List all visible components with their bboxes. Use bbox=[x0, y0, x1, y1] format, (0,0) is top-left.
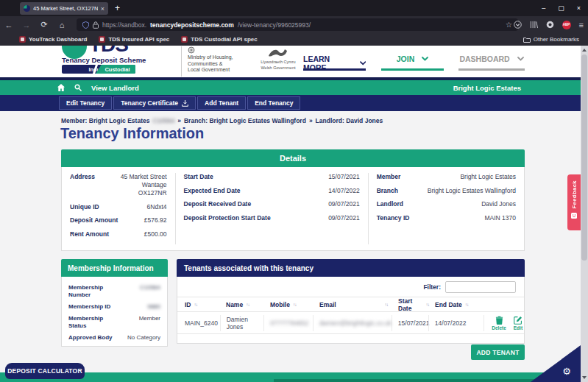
sort-icon[interactable]: ↑↓ bbox=[293, 302, 297, 307]
nav-dashboard[interactable]: DASHBOARD bbox=[458, 54, 525, 63]
screenshot-root: { "colors": { "green": "#18a27c", "navy"… bbox=[0, 0, 588, 382]
add-tenant-button[interactable]: ADD TENANT bbox=[471, 344, 525, 360]
tds-logo-text: TDS bbox=[89, 46, 128, 57]
feedback-smiley-icon bbox=[571, 213, 577, 219]
field-label: Member bbox=[377, 173, 405, 180]
account-icon[interactable] bbox=[546, 21, 554, 29]
column-header-mobile[interactable]: Mobile↑↓ bbox=[264, 301, 314, 308]
field-label: Deposit Received Date bbox=[184, 200, 256, 208]
forward-icon[interactable]: → bbox=[18, 21, 35, 29]
url-bar[interactable]: https://sandbox.tenancydepositscheme.com… bbox=[77, 18, 518, 31]
feedback-tab[interactable]: Feedback bbox=[567, 174, 581, 230]
tab-close-icon[interactable]: × bbox=[101, 5, 105, 13]
welsh-government-logo: Llywodraeth Cymru Welsh Government bbox=[255, 46, 302, 70]
details-panel: Details Address45 Market Street Wantage … bbox=[61, 149, 525, 251]
bookmark-label: TDS Custodial API spec bbox=[191, 36, 257, 43]
breadcrumb: Member: Bright Logic Estates C10564 » Br… bbox=[61, 117, 383, 124]
page-title: Tenancy Information bbox=[60, 125, 204, 142]
details-column-1: Address45 Market Street Wantage OX127NR … bbox=[62, 173, 175, 244]
column-header-id[interactable]: ID↑↓ bbox=[177, 301, 220, 308]
field-value: 15/07/2021 bbox=[328, 173, 360, 181]
shield-icon[interactable] bbox=[82, 21, 89, 29]
column-header-end-date[interactable]: End Date↑↓ bbox=[429, 301, 485, 308]
browser-home-icon[interactable]: ⌂ bbox=[53, 21, 71, 29]
chevron-down-icon bbox=[422, 57, 428, 61]
column-header-start-date[interactable]: Start Date↑↓ bbox=[392, 297, 429, 312]
home-icon[interactable] bbox=[57, 84, 65, 91]
account-name-link[interactable]: Bright Logic Estates bbox=[453, 84, 521, 92]
bookmark-tds-custodial[interactable]: TDS Custodial API spec bbox=[181, 36, 257, 43]
sort-icon[interactable]: ↑↓ bbox=[246, 302, 249, 307]
breadcrumb-member-link[interactable]: Member: Bright Logic Estates bbox=[61, 117, 149, 124]
field-label: Tenancy ID bbox=[377, 214, 414, 222]
settings-gear-icon[interactable]: ⚙ bbox=[562, 366, 571, 377]
breadcrumb-member-number-redacted: C10564 bbox=[152, 117, 174, 124]
field-value: £576.92 bbox=[144, 216, 167, 224]
bookmark-tds-insured[interactable]: TDS Insured API spec bbox=[99, 36, 169, 43]
scrollbar-down-arrow-icon[interactable] bbox=[582, 376, 587, 379]
lock-icon[interactable] bbox=[93, 21, 99, 29]
pocket-icon[interactable] bbox=[514, 21, 522, 29]
nav-dashboard-label: DASHBOARD bbox=[459, 54, 509, 63]
cell-id: MAIN_6240 bbox=[177, 315, 220, 331]
table-footer-spacer bbox=[177, 334, 524, 343]
new-tab-button[interactable]: + bbox=[115, 2, 120, 15]
add-tenant-tab-button[interactable]: Add Tenant bbox=[197, 96, 246, 110]
delete-button[interactable]: Delete bbox=[492, 316, 506, 330]
bookmark-star-icon[interactable]: ☆ bbox=[506, 21, 512, 29]
filter-input[interactable] bbox=[445, 281, 516, 293]
library-icon[interactable] bbox=[530, 21, 538, 29]
insured-custodial-badge: Insured Custodial bbox=[62, 65, 135, 74]
adblock-icon[interactable]: ABP bbox=[562, 21, 571, 29]
minimize-icon[interactable]: – bbox=[542, 4, 545, 12]
sort-icon[interactable]: ↑↓ bbox=[385, 302, 389, 307]
field-value: 45 Market Street Wantage OX127NR bbox=[121, 173, 167, 197]
nav-underline bbox=[381, 68, 444, 71]
mhclg-text: Ministry of Housing, Communities & Local… bbox=[188, 54, 233, 74]
membership-panel: Membership Information Membership Number… bbox=[61, 259, 168, 347]
table-header-row: ID↑↓ Name↑↓ Mobile↑↓ Email↑↓ Start Date↑… bbox=[177, 297, 524, 312]
reload-icon[interactable]: ⟳ bbox=[35, 20, 53, 29]
bookmarks-bar: YouTrack Dashboard TDS Insured API spec … bbox=[0, 33, 588, 46]
field-value-redacted: C10564 bbox=[140, 284, 160, 291]
url-path: /view-tenancy/996025993/ bbox=[238, 21, 311, 29]
bookmark-youtrack[interactable]: YouTrack Dashboard bbox=[19, 36, 87, 43]
table-row: MAIN_6240 Damien Jones 07777784652 damie… bbox=[177, 312, 524, 334]
field-value: 09/07/2021 bbox=[328, 200, 360, 208]
cell-email-redacted: damien@brightlogic.co.uk bbox=[319, 319, 392, 327]
tenancy-action-bar: Edit Tenancy Tenancy Certificate Add Ten… bbox=[0, 95, 588, 111]
column-header-email[interactable]: Email↑↓ bbox=[314, 301, 392, 308]
tenancy-certificate-button[interactable]: Tenancy Certificate bbox=[113, 96, 196, 110]
scrollbar-thumb[interactable] bbox=[581, 54, 587, 261]
sort-icon[interactable]: ↑↓ bbox=[194, 302, 198, 307]
edit-icon bbox=[514, 316, 523, 325]
bookmark-label: YouTrack Dashboard bbox=[29, 36, 87, 43]
membership-panel-body: Membership NumberC10564 Membership ID988… bbox=[61, 277, 168, 347]
cell-actions: Delete Edit bbox=[483, 315, 524, 331]
scrollbar-up-arrow-icon[interactable] bbox=[582, 49, 587, 52]
breadcrumb-landlord-link[interactable]: Landlord: David Jones bbox=[316, 117, 383, 124]
bottom-green-bar bbox=[0, 372, 588, 382]
column-header-name[interactable]: Name↑↓ bbox=[220, 301, 264, 308]
edit-button[interactable]: Edit bbox=[514, 316, 523, 330]
search-icon[interactable] bbox=[74, 84, 82, 91]
hamburger-menu-icon[interactable]: ≡ bbox=[579, 21, 584, 29]
other-bookmarks[interactable]: Other Bookmarks bbox=[523, 36, 579, 43]
deposit-calculator-button[interactable]: DEPOSIT CALCULATOR bbox=[5, 363, 85, 379]
window-controls: – ▢ × bbox=[542, 0, 581, 16]
field-label: Membership Status bbox=[68, 315, 122, 330]
sort-icon[interactable]: ↑↓ bbox=[465, 302, 469, 307]
nav-join[interactable]: JOIN bbox=[381, 54, 444, 63]
close-icon[interactable]: × bbox=[577, 4, 581, 12]
field-value: 14/07/2022 bbox=[328, 187, 360, 195]
maximize-icon[interactable]: ▢ bbox=[558, 4, 564, 12]
field-label: Unique ID bbox=[70, 203, 104, 211]
other-bookmarks-label: Other Bookmarks bbox=[534, 36, 579, 43]
edit-tenancy-button[interactable]: Edit Tenancy bbox=[59, 96, 112, 110]
browser-tab[interactable]: 45 Market Street, OX127NR × bbox=[20, 2, 108, 15]
breadcrumb-branch-link[interactable]: Branch: Bright Logic Estates Wallingford bbox=[184, 117, 306, 124]
page-scrollbar[interactable] bbox=[581, 46, 588, 382]
back-icon[interactable]: ← bbox=[0, 21, 18, 29]
field-value: £500.00 bbox=[144, 230, 167, 238]
end-tenancy-button[interactable]: End Tenancy bbox=[247, 96, 300, 110]
